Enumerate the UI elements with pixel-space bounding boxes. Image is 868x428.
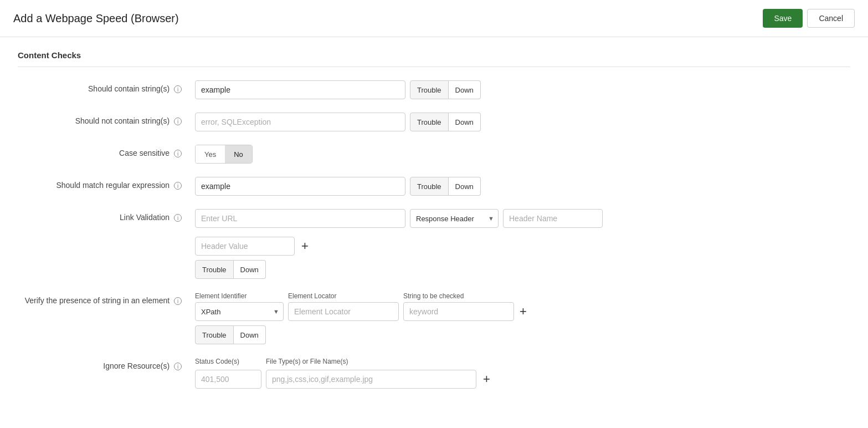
- link-validation-down-button[interactable]: Down: [234, 260, 266, 279]
- ignore-resources-label: Ignore Resource(s) i: [18, 358, 195, 370]
- should-not-contain-info-icon[interactable]: i: [174, 118, 182, 125]
- ignore-resources-inputs-row: +: [195, 370, 492, 389]
- should-contain-trouble-button[interactable]: Trouble: [410, 80, 449, 99]
- should-match-regex-trouble-down: Trouble Down: [410, 177, 481, 196]
- string-to-be-checked-label: String to be checked: [403, 292, 529, 300]
- case-sensitive-toggle: Yes No: [195, 145, 253, 164]
- verify-presence-add-button[interactable]: +: [517, 305, 529, 318]
- link-validation-trouble-button[interactable]: Trouble: [195, 260, 234, 279]
- case-sensitive-no-button[interactable]: No: [225, 145, 252, 163]
- should-match-regex-controls: Trouble Down: [195, 177, 850, 196]
- link-validation-header-value-input[interactable]: [195, 237, 295, 256]
- element-locator-label: Element Locator: [288, 292, 399, 300]
- section-divider: [18, 67, 850, 67]
- ignore-resources-row: Ignore Resource(s) i Status Code(s) File…: [18, 358, 850, 389]
- page-title: Add a Webpage Speed (Browser): [13, 12, 179, 25]
- save-button[interactable]: Save: [763, 9, 803, 28]
- link-validation-label: Link Validation i: [18, 209, 195, 222]
- link-validation-info-icon[interactable]: i: [174, 214, 182, 222]
- content-area: Content Checks Should contain string(s) …: [0, 37, 868, 415]
- keyword-input[interactable]: [403, 302, 514, 321]
- section-title: Content Checks: [18, 50, 850, 60]
- xpath-select[interactable]: XPath CSS Selector ID Name: [195, 302, 284, 321]
- verify-presence-label: Verify the presence of string in an elem…: [18, 292, 195, 305]
- header-buttons: Save Cancel: [763, 9, 855, 28]
- link-validation-row: Link Validation i Response Header Reques…: [18, 209, 850, 279]
- should-not-contain-row: Should not contain string(s) i Trouble D…: [18, 113, 850, 131]
- case-sensitive-info-icon[interactable]: i: [174, 150, 182, 157]
- should-contain-down-button[interactable]: Down: [449, 80, 481, 99]
- should-not-contain-input[interactable]: [195, 113, 405, 131]
- ignore-resources-add-button[interactable]: +: [481, 373, 492, 385]
- should-contain-info-icon[interactable]: i: [174, 85, 182, 93]
- verify-presence-trouble-down: Trouble Down: [195, 325, 529, 344]
- link-validation-select-wrapper: Response Header Request Header None ▼: [410, 209, 499, 228]
- should-match-regex-row: Should match regular expression i Troubl…: [18, 177, 850, 196]
- link-validation-middle-row: +: [195, 237, 603, 256]
- link-validation-trouble-down: Trouble Down: [195, 260, 603, 279]
- status-codes-label: Status Code(s): [195, 358, 261, 365]
- link-validation-add-button[interactable]: +: [299, 240, 311, 252]
- verify-presence-down-button[interactable]: Down: [234, 325, 266, 344]
- page-header: Add a Webpage Speed (Browser) Save Cance…: [0, 0, 868, 37]
- verify-presence-info-icon[interactable]: i: [174, 297, 182, 305]
- should-contain-row: Should contain string(s) i Trouble Down: [18, 80, 850, 99]
- file-types-label: File Type(s) or File Name(s): [266, 358, 348, 365]
- verify-keyword-row: +: [403, 302, 529, 321]
- element-locator-input[interactable]: [288, 302, 399, 321]
- should-contain-label: Should contain string(s) i: [18, 80, 195, 93]
- verify-presence-trouble-button[interactable]: Trouble: [195, 325, 234, 344]
- cancel-button[interactable]: Cancel: [807, 9, 855, 28]
- should-match-regex-label: Should match regular expression i: [18, 177, 195, 190]
- should-match-regex-input[interactable]: [195, 177, 405, 196]
- verify-element-locator-col: Element Locator: [288, 292, 399, 321]
- should-not-contain-label: Should not contain string(s) i: [18, 113, 195, 125]
- verify-presence-top-row: Element Identifier XPath CSS Selector ID…: [195, 292, 529, 321]
- link-validation-controls: Response Header Request Header None ▼ + …: [195, 209, 850, 279]
- case-sensitive-controls: Yes No: [195, 145, 850, 164]
- should-not-contain-trouble-down: Trouble Down: [410, 113, 481, 131]
- should-contain-controls: Trouble Down: [195, 80, 850, 99]
- case-sensitive-row: Case sensitive i Yes No: [18, 145, 850, 164]
- verify-presence-row: Verify the presence of string in an elem…: [18, 292, 850, 344]
- should-contain-input[interactable]: [195, 80, 405, 99]
- verify-element-identifier-col: Element Identifier XPath CSS Selector ID…: [195, 292, 284, 321]
- should-contain-trouble-down: Trouble Down: [410, 80, 481, 99]
- verify-presence-inner: Element Identifier XPath CSS Selector ID…: [195, 292, 529, 344]
- verify-presence-controls: Element Identifier XPath CSS Selector ID…: [195, 292, 850, 344]
- file-types-input[interactable]: [266, 370, 476, 389]
- should-not-contain-down-button[interactable]: Down: [449, 113, 481, 131]
- ignore-resources-info-icon[interactable]: i: [174, 363, 182, 370]
- link-validation-top-row: Response Header Request Header None ▼: [195, 209, 603, 228]
- link-validation-inner: Response Header Request Header None ▼ + …: [195, 209, 603, 279]
- ignore-resources-controls: Status Code(s) File Type(s) or File Name…: [195, 358, 850, 389]
- verify-string-to-check-col: String to be checked +: [403, 292, 529, 321]
- should-not-contain-trouble-button[interactable]: Trouble: [410, 113, 449, 131]
- link-validation-url-input[interactable]: [195, 209, 405, 228]
- should-match-regex-trouble-button[interactable]: Trouble: [410, 177, 449, 196]
- link-validation-type-select[interactable]: Response Header Request Header None: [410, 209, 499, 228]
- ignore-resources-sub-labels: Status Code(s) File Type(s) or File Name…: [195, 358, 348, 365]
- xpath-select-wrapper: XPath CSS Selector ID Name ▼: [195, 302, 284, 321]
- element-identifier-label: Element Identifier: [195, 292, 284, 300]
- case-sensitive-yes-button[interactable]: Yes: [196, 145, 225, 163]
- should-match-regex-info-icon[interactable]: i: [174, 182, 182, 190]
- link-validation-header-name-input[interactable]: [503, 209, 603, 228]
- status-codes-input[interactable]: [195, 370, 261, 389]
- should-match-regex-down-button[interactable]: Down: [449, 177, 481, 196]
- should-not-contain-controls: Trouble Down: [195, 113, 850, 131]
- ignore-resources-inner: Status Code(s) File Type(s) or File Name…: [195, 358, 492, 389]
- case-sensitive-label: Case sensitive i: [18, 145, 195, 157]
